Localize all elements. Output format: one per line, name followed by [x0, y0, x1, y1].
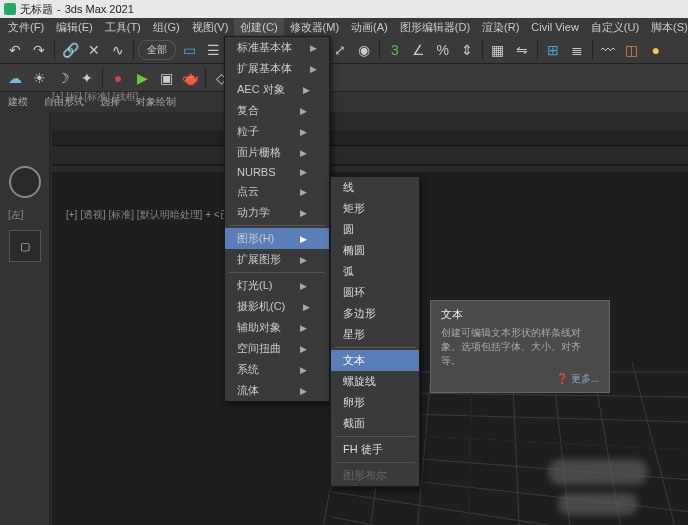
blurred-region — [548, 459, 648, 485]
ribbon-modeling[interactable]: 建模 — [8, 95, 28, 109]
ribbon-paint[interactable]: 对象绘制 — [136, 95, 176, 109]
timeline-area — [52, 130, 688, 166]
main-toolbar: ↶ ↷ 🔗 ✕ ∿ 全部 ▭ ☰ 视图 ▾ ✥ ⟲ ⤢ ◉ 3 ∠ % ⇕ ▦ … — [0, 36, 688, 64]
menu-group[interactable]: 组(G) — [147, 18, 186, 37]
redo-icon[interactable]: ↷ — [28, 39, 50, 61]
menu-item-面片栅格[interactable]: 面片栅格▶ — [225, 142, 329, 163]
teapot-icon[interactable]: 🫖 — [179, 67, 201, 89]
menu-custom[interactable]: 自定义(U) — [585, 18, 645, 37]
moon-icon[interactable]: ☽ — [52, 67, 74, 89]
curve-editor-icon[interactable]: 〰 — [597, 39, 619, 61]
fx-icon[interactable]: ✦ — [76, 67, 98, 89]
timeline-track[interactable] — [52, 146, 688, 164]
tooltip-title: 文本 — [441, 307, 599, 322]
menu-item-点云[interactable]: 点云▶ — [225, 181, 329, 202]
menu-edit[interactable]: 编辑(E) — [50, 18, 99, 37]
menu-bar: 文件(F) 编辑(E) 工具(T) 组(G) 视图(V) 创建(C) 修改器(M… — [0, 18, 688, 36]
viewcube-ring-icon[interactable] — [9, 166, 41, 198]
percent-snap-icon[interactable]: % — [432, 39, 454, 61]
menu-item-标准基本体[interactable]: 标准基本体▶ — [225, 37, 329, 58]
shapes-submenu-dropdown: 线矩形圆椭圆弧圆环多边形星形文本螺旋线卵形截面FH 徒手图形布尔 — [330, 176, 420, 487]
secondary-toolbar: ☁ ☀ ☽ ✦ ● ▶ ▣ 🫖 ◇ ▲ ◉ ▤ ▲ — [0, 64, 688, 92]
submenu-item-圆[interactable]: 圆 — [331, 219, 419, 240]
menu-script[interactable]: 脚本(S) — [645, 18, 688, 37]
submenu-item-星形[interactable]: 星形 — [331, 324, 419, 345]
menu-item-空间扭曲[interactable]: 空间扭曲▶ — [225, 338, 329, 359]
submenu-item-线[interactable]: 线 — [331, 177, 419, 198]
spinner-snap-icon[interactable]: ⇕ — [456, 39, 478, 61]
menu-item-摄影机(C)[interactable]: 摄影机(C)▶ — [225, 296, 329, 317]
undo-icon[interactable]: ↶ — [4, 39, 26, 61]
menu-item-图形(H)[interactable]: 图形(H)▶ — [225, 228, 329, 249]
menu-item-复合[interactable]: 复合▶ — [225, 100, 329, 121]
record-icon[interactable]: ● — [107, 67, 129, 89]
menu-tools[interactable]: 工具(T) — [99, 18, 147, 37]
menu-graph[interactable]: 图形编辑器(D) — [394, 18, 476, 37]
schematic-icon[interactable]: ◫ — [621, 39, 643, 61]
menu-animation[interactable]: 动画(A) — [345, 18, 394, 37]
mirror-icon[interactable]: ⇋ — [511, 39, 533, 61]
menu-item-粒子[interactable]: 粒子▶ — [225, 121, 329, 142]
snap-toggle-icon[interactable]: 3 — [384, 39, 406, 61]
placement-icon[interactable]: ◉ — [353, 39, 375, 61]
menu-item-扩展基本体[interactable]: 扩展基本体▶ — [225, 58, 329, 79]
unlink-icon[interactable]: ✕ — [83, 39, 105, 61]
link-icon[interactable]: 🔗 — [59, 39, 81, 61]
menu-item-AEC 对象[interactable]: AEC 对象▶ — [225, 79, 329, 100]
viewport-left-label[interactable]: [左] — [8, 208, 24, 222]
submenu-item-卵形[interactable]: 卵形 — [331, 392, 419, 413]
submenu-item-椭圆[interactable]: 椭圆 — [331, 240, 419, 261]
submenu-item-螺旋线[interactable]: 螺旋线 — [331, 371, 419, 392]
submenu-item-FH 徒手[interactable]: FH 徒手 — [331, 439, 419, 460]
menu-item-动力学[interactable]: 动力学▶ — [225, 202, 329, 223]
submenu-item-弧[interactable]: 弧 — [331, 261, 419, 282]
app-title: 3ds Max 2021 — [65, 3, 134, 15]
selection-filter[interactable]: 全部 — [138, 40, 176, 60]
menu-item-扩展图形[interactable]: 扩展图形▶ — [225, 249, 329, 270]
bind-icon[interactable]: ∿ — [107, 39, 129, 61]
left-panel: ▢ — [0, 112, 50, 525]
submenu-item-截面[interactable]: 截面 — [331, 413, 419, 434]
weather-icon[interactable]: ☀ — [28, 67, 50, 89]
angle-snap-icon[interactable]: ∠ — [408, 39, 430, 61]
submenu-item-多边形[interactable]: 多边形 — [331, 303, 419, 324]
menu-create[interactable]: 创建(C) — [234, 18, 283, 37]
menu-file[interactable]: 文件(F) — [2, 18, 50, 37]
time-ruler[interactable] — [52, 130, 688, 146]
submenu-item-图形布尔: 图形布尔 — [331, 465, 419, 486]
title-bar: 无标题 - 3ds Max 2021 — [0, 0, 688, 18]
viewport-corner-tags[interactable]: [+] [标] [标准] [线框] — [52, 90, 138, 104]
menu-item-流体[interactable]: 流体▶ — [225, 380, 329, 401]
svg-line-7 — [332, 517, 688, 525]
submenu-item-矩形[interactable]: 矩形 — [331, 198, 419, 219]
menu-item-辅助对象[interactable]: 辅助对象▶ — [225, 317, 329, 338]
material-icon[interactable]: ● — [645, 39, 667, 61]
create-menu-dropdown: 标准基本体▶扩展基本体▶AEC 对象▶复合▶粒子▶面片栅格▶NURBS▶点云▶动… — [224, 36, 330, 402]
tooltip-body: 创建可编辑文本形状的样条线对象。选项包括字体、大小、对齐等。 — [441, 326, 599, 368]
menu-views[interactable]: 视图(V) — [186, 18, 235, 37]
layers-icon[interactable]: ≣ — [566, 39, 588, 61]
document-title: 无标题 — [20, 2, 53, 17]
container-icon[interactable]: ▣ — [155, 67, 177, 89]
menu-modifiers[interactable]: 修改器(M) — [284, 18, 346, 37]
tooltip: 文本 创建可编辑文本形状的样条线对象。选项包括字体、大小、对齐等。 ❓ 更多..… — [430, 300, 610, 393]
select-icon[interactable]: ▭ — [178, 39, 200, 61]
app-icon — [4, 3, 16, 15]
submenu-item-圆环[interactable]: 圆环 — [331, 282, 419, 303]
menu-civil[interactable]: Civil View — [525, 19, 584, 35]
manage-sets-icon[interactable]: ▦ — [487, 39, 509, 61]
menu-item-灯光(L)[interactable]: 灯光(L)▶ — [225, 275, 329, 296]
menu-render[interactable]: 渲染(R) — [476, 18, 525, 37]
tooltip-more-link[interactable]: ❓ 更多... — [441, 372, 599, 386]
align-icon[interactable]: ⊞ — [542, 39, 564, 61]
blurred-region — [558, 493, 638, 515]
svg-line-15 — [632, 362, 688, 525]
scale-icon[interactable]: ⤢ — [329, 39, 351, 61]
menu-item-NURBS[interactable]: NURBS▶ — [225, 163, 329, 181]
submenu-item-文本[interactable]: 文本 — [331, 350, 419, 371]
viewport-slot[interactable]: ▢ — [9, 230, 41, 262]
menu-item-系统[interactable]: 系统▶ — [225, 359, 329, 380]
cloud-icon[interactable]: ☁ — [4, 67, 26, 89]
select-name-icon[interactable]: ☰ — [202, 39, 224, 61]
play-icon[interactable]: ▶ — [131, 67, 153, 89]
